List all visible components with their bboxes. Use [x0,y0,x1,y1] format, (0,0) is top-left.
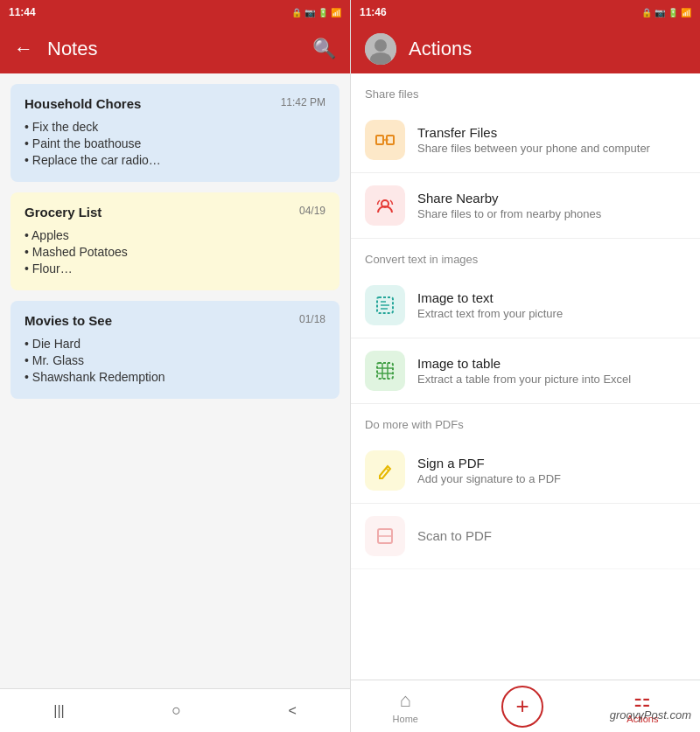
note-date-grocery: 04/19 [299,205,326,217]
wifi-icon: 📶 [331,8,341,17]
right-status-time: 11:46 [360,6,387,18]
image-to-text-icon [365,285,405,325]
note-title-grocery: Grocery List [24,205,102,220]
section-label-convert: Convert text in images [351,239,700,273]
nav-back-icon[interactable]: < [288,703,296,719]
sign-pdf-name: Sign a PDF [417,456,686,471]
left-status-icons: 🔒 📷 🔋 📶 [291,8,341,17]
share-nearby-text: Share Nearby Share files to or from near… [417,191,686,220]
app-bar-left: ← Notes [14,38,97,60]
movie-item-2: Mr. Glass [24,353,326,367]
section-label-pdf: Do more with PDFs [351,404,700,438]
note-items-movies: Die Hard Mr. Glass Shawshank Redemption [24,337,326,384]
image-to-text-desc: Extract text from your picture [417,307,686,320]
grocery-item-3: Flour… [24,261,326,275]
sign-pdf-icon [365,450,405,491]
image-to-text-text: Image to text Extract text from your pic… [417,290,686,320]
svg-rect-7 [377,363,393,379]
section-label-share: Share files [351,73,700,108]
sign-pdf-desc: Add your signature to a PDF [417,472,686,485]
image-to-text-name: Image to text [417,290,686,305]
right-panel: 11:46 🔒 📷 🔋 📶 Actions Share files [350,0,700,732]
scan-pdf-text: Scan to PDF [417,528,686,545]
note-item-1: Fix the deck [24,120,326,134]
left-bottom-nav: ||| ○ < [0,688,350,732]
action-sign-pdf[interactable]: Sign a PDF Add your signature to a PDF [351,438,700,504]
grocery-item-2: Mashed Potatoes [24,245,326,259]
left-panel: 11:44 🔒 📷 🔋 📶 ← Notes 🔍 Household Chores… [0,0,350,732]
right-status-icons: 🔒 📷 🔋 📶 [641,8,691,17]
avatar [365,33,396,65]
action-image-to-text[interactable]: Image to text Extract text from your pic… [351,273,700,338]
note-header-grocery: Grocery List 04/19 [24,205,326,220]
back-button[interactable]: ← [14,38,33,60]
note-item-2: Paint the boathouse [24,136,326,150]
right-bottom-nav: ⌂ Home + ⚏ Actions [351,680,700,732]
right-wifi-icon: 📶 [681,8,691,17]
movie-item-1: Die Hard [24,337,326,351]
note-header-movies: Movies to See 01/18 [24,313,326,328]
status-icon-2: 📷 [304,8,315,17]
action-scan-pdf[interactable]: Scan to PDF [351,504,700,569]
transfer-files-text: Transfer Files Share files between your … [417,125,686,155]
note-items-grocery: Apples Mashed Potatoes Flour… [24,228,326,275]
right-status-icon-3: 🔋 [668,8,678,17]
svg-rect-3 [376,136,383,144]
nav-home[interactable]: ⌂ Home [393,689,418,724]
image-to-table-desc: Extract a table from your picture into E… [417,373,686,386]
note-item-3: Replace the car radio… [24,153,326,167]
home-icon: ⌂ [400,689,411,712]
left-status-time: 11:44 [9,6,36,18]
share-nearby-name: Share Nearby [417,191,686,206]
notes-list: Household Chores 11:42 PM Fix the deck P… [0,73,350,688]
right-status-bar: 11:46 🔒 📷 🔋 📶 [351,0,700,24]
action-share-nearby[interactable]: Share Nearby Share files to or from near… [351,173,700,239]
action-transfer-files[interactable]: Transfer Files Share files between your … [351,108,700,173]
status-icon-1: 🔒 [291,8,302,17]
note-title-household: Household Chores [24,96,141,111]
note-card-movies[interactable]: Movies to See 01/18 Die Hard Mr. Glass S… [10,301,340,399]
share-nearby-desc: Share files to or from nearby phones [417,207,686,220]
scan-pdf-name: Scan to PDF [417,528,686,543]
actions-title: Actions [409,38,472,60]
note-date-household: 11:42 PM [281,96,326,108]
image-to-table-name: Image to table [417,356,686,371]
action-image-to-table[interactable]: Image to table Extract a table from your… [351,338,700,404]
svg-point-1 [374,39,387,52]
search-button[interactable]: 🔍 [312,38,336,60]
right-status-icon-2: 📷 [654,8,665,17]
watermark: groovyPost.com [610,708,691,722]
sign-pdf-text: Sign a PDF Add your signature to a PDF [417,456,686,485]
transfer-files-icon [365,120,405,160]
share-nearby-icon [365,185,405,226]
fab-add-button[interactable]: + [501,686,543,728]
transfer-files-name: Transfer Files [417,125,686,140]
note-title-movies: Movies to See [24,313,112,328]
right-status-icon-1: 🔒 [641,8,652,17]
image-to-table-text: Image to table Extract a table from your… [417,356,686,386]
note-card-household[interactable]: Household Chores 11:42 PM Fix the deck P… [10,84,340,182]
note-items-household: Fix the deck Paint the boathouse Replace… [24,120,326,167]
notes-title: Notes [47,38,97,60]
movie-item-3: Shawshank Redemption [24,370,326,384]
nav-menu-icon: ||| [53,703,64,719]
note-date-movies: 01/18 [299,313,326,325]
grocery-item-1: Apples [24,228,326,242]
status-icon-3: 🔋 [318,8,328,17]
note-header-household: Household Chores 11:42 PM [24,96,326,111]
image-to-table-icon [365,351,405,391]
transfer-files-desc: Share files between your phone and compu… [417,142,686,155]
left-status-bar: 11:44 🔒 📷 🔋 📶 [0,0,350,24]
left-app-bar: ← Notes 🔍 [0,24,350,73]
scan-pdf-icon [365,516,405,556]
note-card-grocery[interactable]: Grocery List 04/19 Apples Mashed Potatoe… [10,192,340,290]
nav-home-icon[interactable]: ○ [172,701,181,720]
actions-content: Share files Transfer Files Share files b… [351,73,700,680]
right-app-bar: Actions [351,24,700,73]
home-label: Home [393,714,418,724]
